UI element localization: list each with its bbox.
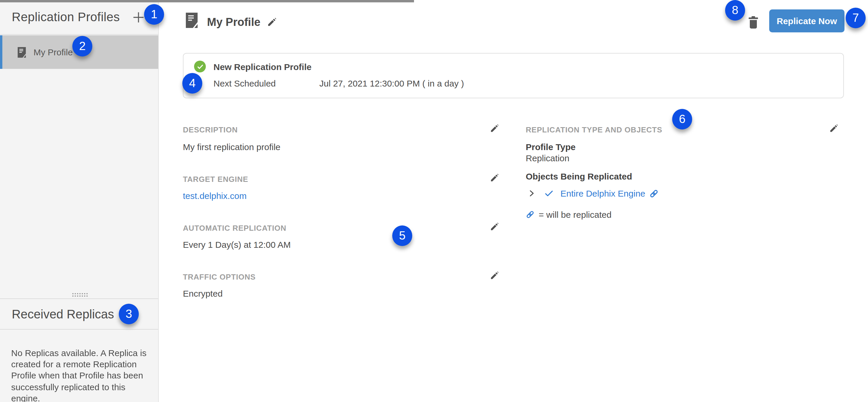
received-replicas-title: Received Replicas (12, 307, 114, 321)
edit-description-button[interactable] (490, 124, 499, 133)
plus-icon (132, 10, 146, 24)
status-card: New Replication Profile Next Scheduled J… (183, 53, 844, 98)
pencil-icon (267, 18, 276, 27)
description-label: DESCRIPTION (183, 125, 238, 134)
link-chain-icon (650, 189, 659, 198)
pencil-icon (490, 124, 499, 133)
annotation-badge-4: 4 (182, 73, 202, 93)
trash-icon (748, 16, 758, 29)
window-edge-strip (0, 0, 414, 2)
entire-delphix-engine-link[interactable]: Entire Delphix Engine (560, 188, 659, 198)
annotation-badge-6: 6 (672, 109, 692, 130)
link-chain-icon (526, 210, 534, 219)
edit-target-engine-button[interactable] (490, 174, 499, 182)
chevron-right-icon (528, 188, 536, 198)
profile-type-value: Replication (526, 153, 569, 163)
sidebar-item-label: My Profile (33, 47, 73, 57)
status-title: New Replication Profile (214, 62, 311, 72)
annotation-badge-8: 8 (725, 0, 745, 21)
sidebar-title: Replication Profiles (12, 10, 120, 24)
delete-profile-button[interactable] (748, 16, 758, 29)
received-replicas-empty-text: No Replicas available. A Replica is crea… (11, 347, 151, 402)
success-check-icon (194, 61, 206, 73)
profile-type-label: Profile Type (526, 142, 576, 152)
pencil-icon (829, 124, 838, 133)
edit-replication-type-button[interactable] (829, 124, 838, 133)
profile-document-icon-large (186, 12, 197, 28)
selected-check-icon (544, 189, 554, 198)
sidebar: Replication Profiles My Profile Received… (0, 0, 159, 402)
panel-resize-handle[interactable] (72, 292, 88, 297)
sidebar-header: Replication Profiles (0, 0, 158, 35)
objects-being-replicated-label: Objects Being Replicated (526, 171, 632, 181)
replication-type-label: REPLICATION TYPE AND OBJECTS (526, 125, 662, 134)
automatic-replication-label: AUTOMATIC REPLICATION (183, 224, 286, 232)
expand-object-button[interactable] (528, 188, 536, 198)
pencil-icon (490, 223, 499, 231)
next-scheduled-label: Next Scheduled (214, 78, 276, 88)
annotation-badge-2: 2 (72, 36, 92, 57)
page-title: My Profile (207, 16, 260, 29)
pencil-icon (490, 174, 499, 182)
next-scheduled-value: Jul 27, 2021 12:30:00 PM ( in a day ) (319, 78, 464, 88)
target-engine-label: TARGET ENGINE (183, 175, 248, 184)
edit-automatic-replication-button[interactable] (490, 223, 499, 231)
edit-traffic-options-button[interactable] (490, 271, 499, 280)
replicated-object-row: Entire Delphix Engine (528, 188, 659, 198)
description-value: My first replication profile (183, 142, 280, 152)
edit-profile-name-button[interactable] (267, 18, 276, 27)
legend-text: = will be replicated (539, 209, 612, 220)
annotation-badge-7: 7 (846, 8, 866, 28)
traffic-options-value: Encrypted (183, 288, 223, 298)
object-link-label: Entire Delphix Engine (560, 188, 645, 198)
replication-legend: = will be replicated (526, 209, 612, 220)
pencil-icon (490, 271, 499, 280)
automatic-replication-value: Every 1 Day(s) at 12:00 AM (183, 239, 291, 250)
replication-profiles-page: Replication Profiles My Profile Received… (0, 0, 868, 402)
traffic-options-label: TRAFFIC OPTIONS (183, 272, 255, 281)
annotation-badge-1: 1 (144, 4, 164, 25)
replicate-now-button[interactable]: Replicate Now (769, 9, 844, 32)
profile-document-icon (18, 47, 26, 57)
annotation-badge-3: 3 (119, 304, 139, 324)
target-engine-link[interactable]: test.delphix.com (183, 191, 247, 201)
annotation-badge-5: 5 (392, 225, 412, 246)
main-panel: My Profile Replicate Now New Replication… (159, 0, 868, 402)
